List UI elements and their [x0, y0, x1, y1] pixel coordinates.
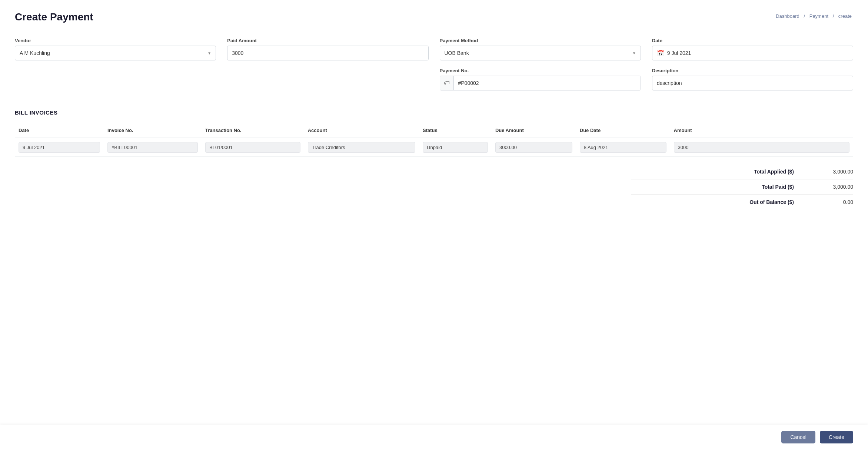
- empty-cell-1: [15, 68, 216, 90]
- invoices-table: Date Invoice No. Transaction No. Account…: [15, 123, 853, 157]
- page-header: Create Payment Dashboard / Payment / cre…: [15, 11, 853, 23]
- description-group: Description: [652, 68, 853, 90]
- cell-amount[interactable]: [670, 138, 853, 157]
- account-cell-value: Trade Creditors: [308, 142, 415, 153]
- date-value: 9 Jul 2021: [667, 50, 691, 56]
- cell-status: Unpaid: [419, 138, 492, 157]
- paid-amount-input[interactable]: [227, 46, 428, 60]
- col-due-date: Due Date: [576, 123, 670, 138]
- create-button[interactable]: Create: [820, 431, 853, 443]
- col-transaction-no: Transaction No.: [202, 123, 304, 138]
- col-status: Status: [419, 123, 492, 138]
- date-label: Date: [652, 38, 853, 43]
- page-container: Create Payment Dashboard / Payment / cre…: [0, 0, 868, 449]
- total-paid-value: 3,000.00: [816, 184, 853, 190]
- payment-no-icon: 🏷: [440, 76, 454, 90]
- breadcrumb-payment[interactable]: Payment: [809, 13, 828, 19]
- payment-method-select[interactable]: UOB Bank ▼: [440, 46, 641, 60]
- due-amount-cell-value: 3000.00: [495, 142, 572, 153]
- paid-amount-label: Paid Amount: [227, 38, 428, 43]
- empty-cell-2: [227, 68, 428, 90]
- vendor-label: Vendor: [15, 38, 216, 43]
- vendor-value: A M Kuchling: [20, 50, 50, 56]
- total-applied-label: Total Applied ($): [720, 169, 794, 175]
- breadcrumb-sep2: /: [833, 13, 835, 19]
- cell-due-amount: 3000.00: [492, 138, 576, 157]
- total-paid-label: Total Paid ($): [720, 184, 794, 190]
- payment-method-chevron-icon: ▼: [632, 51, 636, 55]
- form-section: Vendor A M Kuchling ▼ Paid Amount Paymen…: [15, 38, 853, 90]
- out-of-balance-row: Out of Balance ($) 0.00: [631, 195, 853, 209]
- due-date-cell-value: 8 Aug 2021: [580, 142, 666, 153]
- payment-no-label: Payment No.: [440, 68, 641, 73]
- calendar-icon: 📅: [657, 50, 664, 57]
- col-due-amount: Due Amount: [492, 123, 576, 138]
- description-label: Description: [652, 68, 853, 73]
- section-title: BILL INVOICES: [15, 109, 853, 116]
- footer-actions: Cancel Create: [0, 425, 868, 449]
- description-input[interactable]: [652, 76, 853, 90]
- vendor-chevron-icon: ▼: [207, 51, 211, 55]
- page-title: Create Payment: [15, 11, 93, 23]
- breadcrumb: Dashboard / Payment / create: [774, 13, 853, 19]
- cell-invoice-no: #BILL00001: [104, 138, 202, 157]
- payment-no-group: Payment No. 🏷: [440, 68, 641, 90]
- table-body: 9 Jul 2021 #BILL00001 BL01/0001 Trade Cr…: [15, 138, 853, 157]
- amount-cell-input[interactable]: [674, 142, 849, 153]
- table-container: Date Invoice No. Transaction No. Account…: [15, 123, 853, 157]
- total-paid-row: Total Paid ($) 3,000.00: [631, 179, 853, 195]
- breadcrumb-sep1: /: [804, 13, 806, 19]
- table-head: Date Invoice No. Transaction No. Account…: [15, 123, 853, 138]
- date-picker[interactable]: 📅 9 Jul 2021: [652, 46, 853, 60]
- col-account: Account: [304, 123, 419, 138]
- bill-invoices-section: BILL INVOICES Date Invoice No. Transacti…: [15, 109, 853, 209]
- cell-account: Trade Creditors: [304, 138, 419, 157]
- col-date: Date: [15, 123, 104, 138]
- breadcrumb-dashboard[interactable]: Dashboard: [776, 13, 799, 19]
- totals-section: Total Applied ($) 3,000.00 Total Paid ($…: [15, 164, 853, 209]
- date-group: Date 📅 9 Jul 2021: [652, 38, 853, 60]
- out-of-balance-value: 0.00: [816, 199, 853, 205]
- cell-transaction-no: BL01/0001: [202, 138, 304, 157]
- section-divider: [15, 98, 853, 98]
- col-invoice-no: Invoice No.: [104, 123, 202, 138]
- cell-date: 9 Jul 2021: [15, 138, 104, 157]
- table-row: 9 Jul 2021 #BILL00001 BL01/0001 Trade Cr…: [15, 138, 853, 157]
- col-amount: Amount: [670, 123, 853, 138]
- cell-due-date: 8 Aug 2021: [576, 138, 670, 157]
- out-of-balance-label: Out of Balance ($): [720, 199, 794, 205]
- breadcrumb-create: create: [838, 13, 852, 19]
- total-applied-row: Total Applied ($) 3,000.00: [631, 164, 853, 179]
- status-cell-value: Unpaid: [423, 142, 488, 153]
- paid-amount-group: Paid Amount: [227, 38, 428, 60]
- invoice-no-cell-value: #BILL00001: [107, 142, 198, 153]
- total-applied-value: 3,000.00: [816, 169, 853, 175]
- vendor-group: Vendor A M Kuchling ▼: [15, 38, 216, 60]
- vendor-select[interactable]: A M Kuchling ▼: [15, 46, 216, 60]
- table-header-row: Date Invoice No. Transaction No. Account…: [15, 123, 853, 138]
- payment-method-label: Payment Method: [440, 38, 641, 43]
- date-cell-value: 9 Jul 2021: [19, 142, 100, 153]
- payment-no-input[interactable]: [454, 76, 641, 90]
- payment-no-field: 🏷: [440, 76, 641, 90]
- transaction-no-cell-value: BL01/0001: [205, 142, 300, 153]
- payment-method-group: Payment Method UOB Bank ▼: [440, 38, 641, 60]
- cancel-button[interactable]: Cancel: [781, 431, 815, 443]
- payment-method-value: UOB Bank: [445, 50, 469, 56]
